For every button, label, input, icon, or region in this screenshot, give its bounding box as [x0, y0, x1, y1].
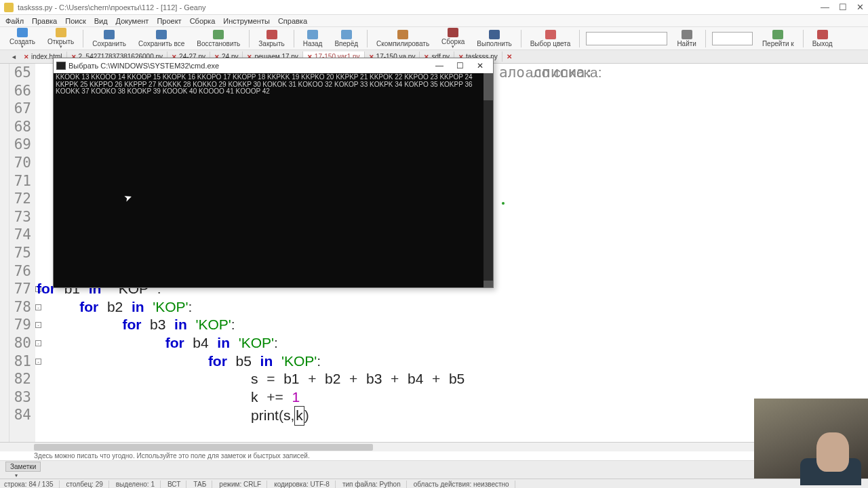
tab-close-icon[interactable]: ✕ [24, 54, 29, 60]
marker-dot [502, 202, 505, 205]
console-maximize-button[interactable]: ☐ [450, 61, 470, 70]
toolbar-сохранить-все[interactable]: Сохранить все [133, 30, 190, 47]
code-line-65-partial: ало списка: [499, 64, 593, 82]
window-close-button[interactable]: ✕ [856, 2, 864, 12]
toolbar-закрыть[interactable]: Закрыть [253, 30, 290, 47]
window-title-bar: tasksss.py - C:\Users\chern\проекты\112 … [0, 0, 868, 15]
menu-bar: ФайлПравкаПоискВидДокументПроектСборкаИн… [0, 15, 868, 27]
toolbar-separator [521, 30, 521, 47]
console-close-button[interactable]: ✕ [470, 61, 490, 70]
toolbar-separator [294, 30, 294, 47]
menu-файл[interactable]: Файл [5, 17, 24, 25]
status-scope: область действия: неизвестно [414, 481, 515, 488]
status-insert-mode: ВСТ [167, 481, 186, 488]
toolbar-сборка[interactable]: Сборка▾ [436, 28, 470, 49]
toolbar-вперёд[interactable]: Вперёд [329, 30, 363, 47]
console-scrollbar[interactable] [484, 73, 493, 287]
menu-правка[interactable]: Правка [32, 17, 57, 25]
menu-справка[interactable]: Справка [278, 17, 307, 25]
status-line-col: строка: 84 / 135 [4, 481, 60, 488]
menu-инструменты[interactable]: Инструменты [223, 17, 270, 25]
tab-scroll-left[interactable]: ◄ [11, 54, 17, 60]
notes-tab[interactable]: Заметки [5, 462, 41, 472]
horizontal-scrollbar[interactable] [0, 442, 868, 451]
toolbar-перейти-к[interactable]: Перейти к [757, 30, 800, 47]
status-line-ending: режим: CRLF [219, 481, 267, 488]
notes-field[interactable]: Здесь можно писать что угодно. Используй… [0, 451, 868, 461]
status-bar: строка: 84 / 135 столбец: 29 выделено: 1… [0, 479, 868, 488]
menu-сборка[interactable]: Сборка [190, 17, 216, 25]
line-number-gutter: 65 66 67 68 69 70 71 72 73 74 75 76 77 7… [9, 64, 35, 442]
search-input[interactable] [586, 32, 667, 45]
webcam-overlay [754, 399, 868, 479]
toolbar-separator [803, 30, 804, 47]
window-maximize-button[interactable]: ☐ [839, 2, 847, 12]
toolbar-выход[interactable]: Выход [807, 30, 838, 47]
console-output[interactable]: KKOOK 13 KKOOO 14 KKOOP 15 KKOPK 16 KKOP… [54, 73, 493, 287]
status-encoding: кодировка: UTF-8 [274, 481, 336, 488]
toolbar-выполнить[interactable]: Выполнить [471, 30, 517, 47]
cmd-icon [56, 62, 66, 70]
toolbar-открыть[interactable]: Открыть▾ [42, 28, 79, 49]
toolbar-separator [367, 30, 368, 47]
toolbar-separator [579, 30, 580, 47]
toolbar-создать[interactable]: Создать▾ [4, 28, 41, 49]
toolbar-выбор-цвета[interactable]: Выбор цвета [525, 30, 576, 47]
toolbar-separator [83, 30, 83, 47]
notes-collapse[interactable]: ▾ [0, 472, 868, 479]
status-tab-mode: ТАБ [193, 481, 212, 488]
window-minimize-button[interactable]: — [821, 2, 829, 12]
toolbar-восстановить[interactable]: Восстановить [191, 30, 245, 47]
status-selection: выделено: 1 [116, 481, 161, 488]
toolbar-separator [705, 30, 706, 47]
toolbar-назад[interactable]: Назад [298, 30, 328, 47]
status-column: столбец: 29 [66, 481, 109, 488]
menu-поиск[interactable]: Поиск [65, 17, 85, 25]
goto-input[interactable] [712, 32, 753, 45]
tab-overflow-close[interactable]: ✕ [507, 53, 512, 60]
console-text: KKOOK 13 KKOOO 14 KKOOP 15 KKOPK 16 KKOP… [56, 74, 491, 96]
console-minimize-button[interactable]: — [429, 61, 450, 70]
menu-проект[interactable]: Проект [157, 17, 181, 25]
console-title: Выбрать C:\WINDOWS\SYSTEM32\cmd.exe [68, 62, 429, 70]
menu-вид[interactable]: Вид [94, 17, 108, 25]
marker-margin [0, 64, 9, 442]
toolbar-найти[interactable]: Найти [671, 30, 702, 47]
window-title: tasksss.py - C:\Users\chern\проекты\112 … [18, 3, 821, 12]
app-icon [4, 3, 14, 12]
toolbar-separator [249, 30, 250, 47]
console-window: Выбрать C:\WINDOWS\SYSTEM32\cmd.exe — ☐ … [53, 58, 494, 288]
scrollbar-thumb[interactable] [34, 444, 373, 451]
notes-tab-bar: Заметки [0, 461, 868, 472]
menu-документ[interactable]: Документ [116, 17, 149, 25]
toolbar: Создать▾Открыть▾СохранитьСохранить всеВо… [0, 27, 868, 50]
status-filetype: тип файла: Python [342, 481, 407, 488]
console-title-bar[interactable]: Выбрать C:\WINDOWS\SYSTEM32\cmd.exe — ☐ … [54, 58, 493, 73]
toolbar-сохранить[interactable]: Сохранить [87, 30, 132, 47]
toolbar-скомпилировать[interactable]: Скомпилировать [371, 30, 435, 47]
